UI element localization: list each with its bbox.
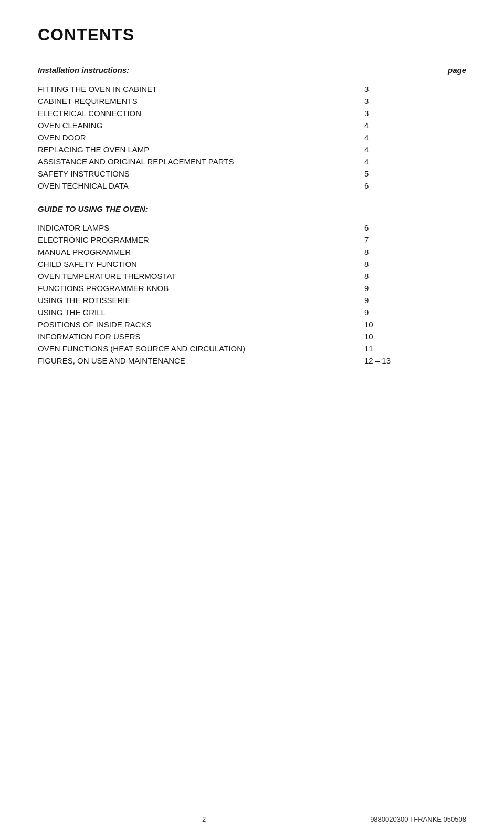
table-row: CABINET REQUIREMENTS 3	[38, 95, 466, 107]
item-page: 4	[359, 143, 466, 155]
item-page: 10	[359, 330, 466, 343]
item-label: FIGURES, ON USE AND MAINTENANCE	[38, 355, 359, 367]
item-label: SAFETY INSTRUCTIONS	[38, 168, 359, 180]
item-label: ASSISTANCE AND ORIGINAL REPLACEMENT PART…	[38, 155, 359, 168]
item-label: CHILD SAFETY FUNCTION	[38, 258, 359, 270]
item-page: 12 – 13	[359, 355, 466, 367]
item-page: 3	[359, 83, 466, 95]
item-page: 8	[359, 258, 466, 270]
item-label: FUNCTIONS PROGRAMMER KNOB	[38, 282, 359, 294]
table-row: ELECTRONIC PROGRAMMER 7	[38, 234, 466, 246]
item-label: OVEN FUNCTIONS (HEAT SOURCE AND CIRCULAT…	[38, 343, 359, 355]
item-page: 9	[359, 294, 466, 306]
table-row: ELECTRICAL CONNECTION 3	[38, 107, 466, 119]
item-page: 9	[359, 306, 466, 318]
item-page: 3	[359, 95, 466, 107]
item-page: 3	[359, 107, 466, 119]
item-label: OVEN CLEANING	[38, 119, 359, 131]
footer-doc-number: 9880020300 I FRANKE 050508	[370, 815, 466, 823]
table-row: OVEN FUNCTIONS (HEAT SOURCE AND CIRCULAT…	[38, 343, 466, 355]
table-row: CHILD SAFETY FUNCTION 8	[38, 258, 466, 270]
item-label: REPLACING THE OVEN LAMP	[38, 143, 359, 155]
item-label: MANUAL PROGRAMMER	[38, 246, 359, 258]
table-row: ASSISTANCE AND ORIGINAL REPLACEMENT PART…	[38, 155, 466, 168]
table-row: OVEN TEMPERATURE THERMOSTAT 8	[38, 270, 466, 282]
table-row: SAFETY INSTRUCTIONS 5	[38, 168, 466, 180]
item-page: 6	[359, 222, 466, 234]
table-row: USING THE GRILL 9	[38, 306, 466, 318]
item-label: INFORMATION FOR USERS	[38, 330, 359, 343]
table-row: INDICATOR LAMPS 6	[38, 222, 466, 234]
item-page: 9	[359, 282, 466, 294]
table-row: OVEN TECHNICAL DATA 6	[38, 180, 466, 192]
item-label: FITTING THE OVEN IN CABINET	[38, 83, 359, 95]
table-row: FUNCTIONS PROGRAMMER KNOB 9	[38, 282, 466, 294]
page-column-header: page	[448, 66, 466, 75]
item-label: ELECTRICAL CONNECTION	[38, 107, 359, 119]
table-row: USING THE ROTISSERIE 9	[38, 294, 466, 306]
item-page: 4	[359, 155, 466, 168]
item-label: USING THE ROTISSERIE	[38, 294, 359, 306]
item-page: 7	[359, 234, 466, 246]
guide-heading: GUIDE TO USING THE OVEN:	[38, 204, 466, 213]
item-label: OVEN TECHNICAL DATA	[38, 180, 359, 192]
table-row: OVEN DOOR 4	[38, 131, 466, 143]
table-row: FITTING THE OVEN IN CABINET 3	[38, 83, 466, 95]
item-page: 11	[359, 343, 466, 355]
item-label: OVEN TEMPERATURE THERMOSTAT	[38, 270, 359, 282]
table-row: OVEN CLEANING 4	[38, 119, 466, 131]
table-row: FIGURES, ON USE AND MAINTENANCE 12 – 13	[38, 355, 466, 367]
guide-table: INDICATOR LAMPS 6 ELECTRONIC PROGRAMMER …	[38, 222, 466, 367]
item-label: ELECTRONIC PROGRAMMER	[38, 234, 359, 246]
page-title: CONTENTS	[38, 25, 466, 45]
item-page: 5	[359, 168, 466, 180]
footer: 2 9880020300 I FRANKE 050508	[0, 815, 504, 823]
installation-table: FITTING THE OVEN IN CABINET 3 CABINET RE…	[38, 83, 466, 192]
item-page: 4	[359, 119, 466, 131]
footer-page-number: 2	[202, 815, 206, 823]
item-page: 8	[359, 270, 466, 282]
item-page: 8	[359, 246, 466, 258]
item-label: USING THE GRILL	[38, 306, 359, 318]
table-row: MANUAL PROGRAMMER 8	[38, 246, 466, 258]
table-row: REPLACING THE OVEN LAMP 4	[38, 143, 466, 155]
table-row: POSITIONS OF INSIDE RACKS 10	[38, 318, 466, 330]
item-page: 10	[359, 318, 466, 330]
item-page: 4	[359, 131, 466, 143]
installation-header: Installation instructions: page	[38, 66, 466, 75]
item-label: POSITIONS OF INSIDE RACKS	[38, 318, 359, 330]
item-label: OVEN DOOR	[38, 131, 359, 143]
page-container: CONTENTS Installation instructions: page…	[0, 0, 504, 840]
table-row: INFORMATION FOR USERS 10	[38, 330, 466, 343]
item-label: INDICATOR LAMPS	[38, 222, 359, 234]
item-label: CABINET REQUIREMENTS	[38, 95, 359, 107]
item-page: 6	[359, 180, 466, 192]
installation-label: Installation instructions:	[38, 66, 448, 75]
